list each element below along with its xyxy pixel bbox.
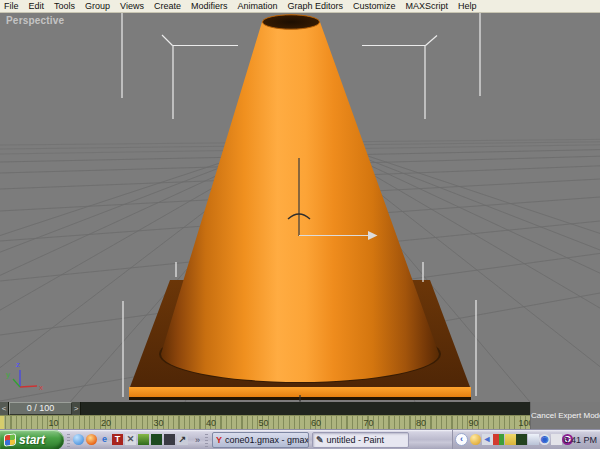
trackbar-number: 80 <box>411 418 431 428</box>
trackbar-number: 90 <box>464 418 484 428</box>
cancel-expert-mode-button[interactable]: Cancel Expert Mode <box>530 402 600 429</box>
frame-prev-button[interactable]: < <box>0 402 9 415</box>
task-button-label: untitled - Paint <box>327 435 385 445</box>
trackbar-number: 10 <box>44 418 64 428</box>
task-button-icon: Y <box>216 435 222 445</box>
trackbar-number: 20 <box>96 418 116 428</box>
y-axis-label: y <box>6 370 10 379</box>
screen: FileEditToolsGroupViewsCreateModifiersAn… <box>0 0 600 449</box>
world-axis-tripod: z x y <box>6 360 43 392</box>
viewport-label[interactable]: Perspective <box>6 15 64 26</box>
dark-green-app-icon[interactable] <box>151 434 162 445</box>
tray-messenger-icon[interactable] <box>493 434 504 445</box>
tray-search-icon[interactable]: ◉ <box>539 434 550 445</box>
menu-animation[interactable]: Animation <box>237 0 277 13</box>
tray-generic-icon[interactable] <box>551 434 562 445</box>
tray-display-icon[interactable] <box>528 434 539 445</box>
menu-views[interactable]: Views <box>120 0 144 13</box>
taskbar-clock[interactable]: 6:41 PM <box>563 430 597 449</box>
windows-flag-icon <box>5 434 15 445</box>
task-buttons: Ycone01.gmax - gmax✎untitled - Paint <box>212 432 409 448</box>
tray-update-icon[interactable] <box>470 434 481 445</box>
menu-bar: FileEditToolsGroupViewsCreateModifiersAn… <box>0 0 600 13</box>
menu-customize[interactable]: Customize <box>353 0 396 13</box>
trackbar-number: 40 <box>201 418 221 428</box>
menu-edit[interactable]: Edit <box>29 0 45 13</box>
task-button-cone01-gmax[interactable]: Ycone01.gmax - gmax <box>212 432 309 448</box>
z-axis-label: z <box>16 360 20 369</box>
tray-folder-icon[interactable] <box>505 434 516 445</box>
menu-modifiers[interactable]: Modifiers <box>191 0 228 13</box>
tray-volume-icon[interactable]: ◄ <box>482 434 493 445</box>
menu-group[interactable]: Group <box>85 0 110 13</box>
viewport-perspective[interactable]: z x y Perspective <box>0 13 600 402</box>
textpad-icon[interactable]: T <box>112 434 123 445</box>
menu-graph-editors[interactable]: Graph Editors <box>287 0 343 13</box>
track-bar[interactable]: 102030405060708090100 <box>0 415 530 429</box>
task-button-untitled[interactable]: ✎untitled - Paint <box>312 432 409 448</box>
hide-icons-button[interactable]: ‹ <box>455 433 468 446</box>
messenger-icon[interactable] <box>73 434 84 445</box>
tray-icons: ◄◉O <box>470 430 570 449</box>
internet-explorer-icon[interactable]: e <box>99 434 110 445</box>
time-slider-row: < 0 / 100 > <box>0 402 530 415</box>
viewport-canvas[interactable]: z x y <box>0 13 600 402</box>
trackbar-current-frame-marker[interactable] <box>0 416 4 429</box>
trackbar-number: 60 <box>306 418 326 428</box>
tools-icon[interactable]: ✕ <box>125 434 136 445</box>
console-icon[interactable] <box>164 434 175 445</box>
trackbar-number: 50 <box>254 418 274 428</box>
quick-launch-grip[interactable] <box>67 433 70 447</box>
task-button-label: cone01.gmax - gmax <box>225 435 309 445</box>
frame-next-button[interactable]: > <box>72 402 81 415</box>
menu-create[interactable]: Create <box>154 0 181 13</box>
grass-app-icon[interactable] <box>138 434 149 445</box>
show-desktop-icon[interactable]: ↗ <box>177 434 188 445</box>
taskband-grip[interactable] <box>205 433 208 447</box>
taskbar: start » Ycone01.gmax - gmax✎untitled - P… <box>0 429 600 449</box>
menu-help[interactable]: Help <box>458 0 477 13</box>
menu-file[interactable]: File <box>4 0 19 13</box>
y-axis-line <box>13 379 20 387</box>
menu-maxscript[interactable]: MAXScript <box>406 0 449 13</box>
firefox-icon[interactable] <box>86 434 97 445</box>
x-axis-line <box>20 386 37 387</box>
system-tray: ‹ ◄◉O 6:41 PM <box>452 430 600 449</box>
tray-network-icon[interactable] <box>516 434 527 445</box>
task-button-icon: ✎ <box>316 435 324 445</box>
menu-tools[interactable]: Tools <box>54 0 75 13</box>
quick-launch-overflow-chevron[interactable]: » <box>192 433 203 447</box>
time-slider-handle[interactable]: 0 / 100 <box>9 402 72 415</box>
trackbar-number: 100 <box>516 418 530 428</box>
x-axis-label: x <box>39 383 43 392</box>
trackbar-number: 30 <box>149 418 169 428</box>
cone-object[interactable] <box>161 15 439 383</box>
trackbar-number: 70 <box>359 418 379 428</box>
start-label: start <box>19 433 45 447</box>
start-button[interactable]: start <box>0 430 64 449</box>
